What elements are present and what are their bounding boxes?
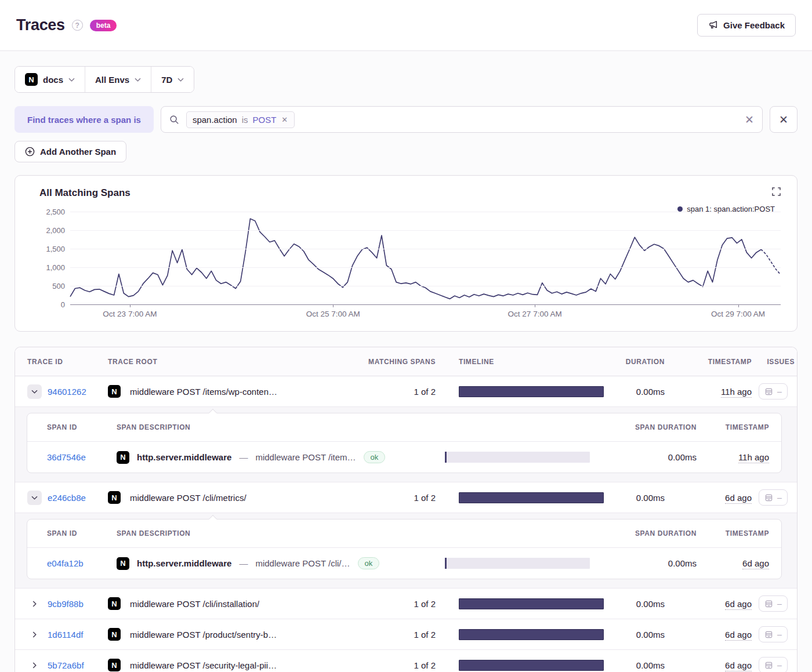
chevron-down-icon [135,78,141,82]
clear-search-button[interactable]: ✕ [745,113,754,126]
span-duration-value: 0.00ms [668,452,697,462]
expand-chevron-button[interactable] [27,491,42,505]
table-row[interactable]: 9cb9f88bNmiddleware POST /cli/installati… [15,589,797,619]
legend-dot [677,206,683,212]
nextjs-icon: N [108,659,121,671]
span-row[interactable]: e04fa12bNhttp.server.middleware—middlewa… [27,548,781,579]
x-axis-tick-label: Oct 23 7:00 AM [103,310,157,318]
timeline-bar[interactable] [459,492,604,503]
col-header-span-description: SPAN DESCRIPTION [117,529,430,537]
table-row[interactable]: 94601262Nmiddleware POST /items/wp-conte… [15,376,797,407]
expand-chevron-button[interactable] [27,384,42,399]
col-header-timeline: TIMELINE [436,358,604,366]
expand-chevron-button[interactable] [27,627,42,642]
issues-placeholder: – [777,493,782,502]
table-row[interactable]: 5b72a6bfNmiddleware POST /security-legal… [15,650,797,672]
span-id-link[interactable]: 36d7546e [47,452,86,462]
chart-plot-area[interactable]: 05001,0001,5002,0002,500Oct 23 7:00 AMOc… [70,212,781,304]
remove-token-icon[interactable]: ✕ [281,115,288,124]
issues-button[interactable]: – [759,595,788,612]
table-row[interactable]: 1d6114dfNmiddleware POST /product/sentry… [15,619,797,650]
remove-span-filter-button[interactable]: ✕ [770,106,798,133]
give-feedback-button[interactable]: Give Feedback [697,14,796,37]
trace-root-text: middleware POST /product/sentry-b… [130,630,277,640]
expand-chevron-button[interactable] [27,597,42,611]
expanded-span-section: SPAN IDSPAN DESCRIPTIONSPAN DURATIONTIME… [15,407,797,482]
col-header-span-timestamp: TIMESTAMP [726,423,769,431]
span-description-text: middleware POST /item… [255,452,356,462]
issues-button[interactable]: – [759,383,788,399]
trace-id-link[interactable]: 9cb9f88b [48,599,84,609]
chevron-right-icon [32,662,37,669]
timestamp-value[interactable]: 6d ago [725,493,752,504]
issues-placeholder: – [777,599,782,608]
span-table-header-row: SPAN IDSPAN DESCRIPTIONSPAN DURATIONTIME… [27,413,781,442]
nextjs-icon: N [108,628,121,641]
chevron-right-icon [32,631,37,638]
issues-button[interactable]: – [759,657,788,672]
trace-id-link[interactable]: 94601262 [48,387,86,397]
span-timeline-bar[interactable] [445,452,590,463]
issues-icon [764,661,773,670]
duration-value: 0.00ms [636,630,665,640]
search-filter-token[interactable]: span.action is POST ✕ [186,111,295,128]
x-axis-tick [535,304,535,307]
add-another-span-button[interactable]: Add Another Span [14,141,126,162]
timeline-bar[interactable] [459,598,604,609]
span-search-input[interactable]: span.action is POST ✕ ✕ [161,106,763,133]
col-header-span-id: SPAN ID [41,529,117,537]
y-axis-tick-label: 1,000 [46,263,65,272]
timeline-bar[interactable] [459,629,604,640]
span-op-name: http.server.middleware [137,558,231,568]
span-timestamp-value[interactable]: 6d ago [742,558,769,569]
y-gridline [70,212,781,212]
page-header: Traces ? beta Give Feedback [0,0,812,51]
find-traces-label: Find traces where a span is [14,106,154,133]
issues-placeholder: – [777,660,782,670]
issues-button[interactable]: – [759,626,788,642]
span-id-link[interactable]: e04fa12b [47,558,84,568]
date-range-filter[interactable]: 7D [151,67,194,92]
table-row[interactable]: e246cb8eNmiddleware POST /cli/metrics/1 … [15,482,797,513]
environment-filter[interactable]: All Envs [85,67,151,92]
span-timeline-bar[interactable] [445,558,590,569]
trace-root-text: middleware POST /cli/installation/ [130,599,259,609]
page-title: Traces [16,16,65,34]
nextjs-icon: N [25,73,38,86]
chevron-right-icon [32,601,37,607]
col-header-span-id: SPAN ID [41,423,117,431]
trace-id-link[interactable]: 1d6114df [48,630,83,640]
timeline-bar[interactable] [459,386,604,397]
span-status-badge: ok [364,451,386,463]
timestamp-value[interactable]: 6d ago [725,660,752,671]
y-axis-tick-label: 2,500 [46,208,65,216]
issues-icon [764,600,773,608]
trace-id-link[interactable]: 5b72a6bf [48,660,84,670]
y-axis-tick-label: 2,000 [46,226,65,235]
col-header-issues: ISSUES [767,358,798,366]
col-header-trace-root: TRACE ROOT [108,358,346,366]
trace-root-text: middleware POST /items/wp-conten… [130,387,277,397]
megaphone-icon [708,20,718,30]
y-gridline [70,230,781,231]
col-header-span-duration: SPAN DURATION [635,423,697,431]
timestamp-value[interactable]: 6d ago [725,630,752,641]
trace-root-text: middleware POST /cli/metrics/ [130,493,246,503]
timestamp-value[interactable]: 11h ago [721,387,752,398]
x-axis-tick-label: Oct 25 7:00 AM [306,310,360,318]
project-filter[interactable]: N docs [15,67,85,92]
fullscreen-icon[interactable] [772,187,781,196]
span-row[interactable]: 36d7546eNhttp.server.middleware—middlewa… [27,442,781,473]
timeline-bar[interactable] [459,660,604,671]
span-timestamp-value[interactable]: 11h ago [738,452,769,463]
y-axis-tick-label: 1,500 [46,245,65,253]
y-gridline [70,249,781,249]
help-icon[interactable]: ? [72,20,83,31]
expand-chevron-button[interactable] [27,658,42,672]
span-description-text: middleware POST /cli/… [255,558,350,568]
timestamp-value[interactable]: 6d ago [725,599,752,610]
y-axis-tick-label: 500 [52,282,65,290]
x-axis-tick [333,304,334,307]
issues-button[interactable]: – [759,489,788,506]
trace-id-link[interactable]: e246cb8e [48,493,86,503]
